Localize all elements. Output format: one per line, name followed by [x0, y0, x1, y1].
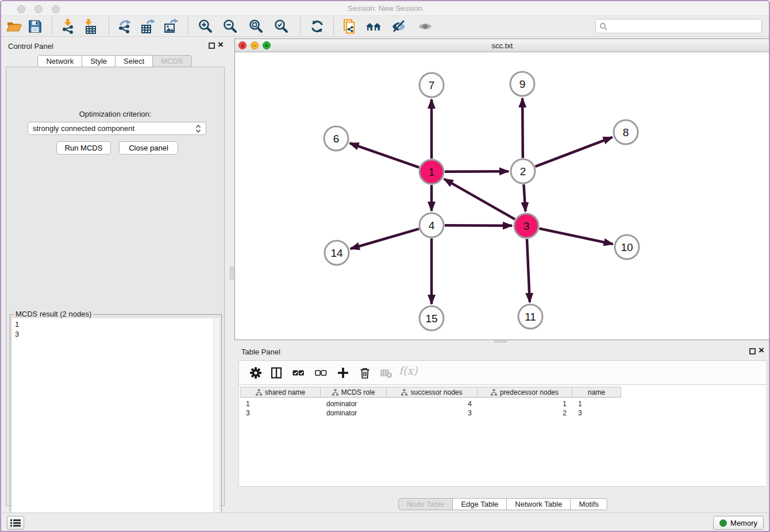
zoom-out-icon[interactable] — [222, 18, 238, 34]
node-9[interactable]: 9 — [510, 72, 534, 96]
edge-3-10[interactable] — [540, 229, 613, 244]
zoom-in-icon[interactable] — [198, 18, 214, 34]
import-table-icon[interactable] — [82, 18, 98, 34]
search-icon — [599, 22, 607, 30]
open-session-icon[interactable] — [6, 18, 22, 34]
node-6[interactable]: 6 — [324, 126, 348, 151]
delete-icon[interactable] — [359, 367, 371, 379]
destroy-table-icon — [380, 367, 392, 379]
tab-network-table[interactable]: Network Table — [507, 498, 571, 510]
dropdown-arrows-icon — [195, 124, 201, 133]
table-toolbar: f(x) — [238, 360, 767, 385]
table-settings-icon[interactable] — [249, 367, 262, 379]
export-image-icon[interactable] — [163, 18, 179, 34]
main-toolbar — [1, 16, 769, 37]
function-builder-icon: f(x) — [399, 364, 418, 377]
close-panel-button[interactable]: Close panel — [119, 141, 178, 155]
export-network-icon[interactable] — [117, 18, 133, 34]
show-columns-icon[interactable] — [270, 367, 283, 379]
cell-shared-name: 1 — [240, 399, 321, 408]
table-row[interactable]: 3dominator323 — [240, 408, 621, 418]
network-window-title: scc.txt — [235, 41, 769, 50]
network-canvas[interactable]: 1234678910111415 — [235, 52, 769, 340]
node-1[interactable]: 1 — [419, 160, 444, 184]
node-14[interactable]: 14 — [325, 241, 349, 265]
cell-predecessor-nodes: 1 — [478, 399, 572, 408]
show-all-icon[interactable] — [417, 18, 433, 34]
search-field[interactable] — [595, 19, 762, 33]
edge-1-6[interactable] — [350, 143, 419, 167]
tab-mcds[interactable]: MCDS — [153, 55, 191, 67]
zoom-selected-icon[interactable] — [274, 18, 290, 34]
cell-shared-name: 3 — [240, 408, 321, 418]
column-header-MCDS-role[interactable]: MCDS role — [321, 387, 387, 397]
result-scrollbar[interactable] — [213, 318, 220, 524]
table-tabs: Node TableEdge TableNetwork TableMotifs — [234, 498, 770, 510]
edge-1-2[interactable] — [445, 171, 509, 172]
tab-node-table[interactable]: Node Table — [398, 498, 453, 510]
node-4[interactable]: 4 — [419, 213, 444, 237]
hide-selected-icon[interactable] — [391, 18, 407, 34]
node-table: shared nameMCDS rolesuccessor nodesprede… — [238, 385, 767, 487]
save-session-icon[interactable] — [27, 18, 43, 34]
svg-text:2: 2 — [520, 165, 526, 178]
node-3[interactable]: 3 — [514, 214, 538, 238]
export-table-icon[interactable] — [140, 18, 156, 34]
column-header-successor-nodes[interactable]: successor nodes — [387, 387, 478, 397]
network-window-titlebar: x − + scc.txt — [235, 39, 769, 52]
tab-style[interactable]: Style — [82, 55, 116, 67]
edge-2-9[interactable] — [522, 98, 523, 158]
edge-3-1[interactable] — [444, 179, 515, 219]
close-table-panel-icon[interactable]: × — [759, 345, 764, 356]
edge-2-3[interactable] — [523, 184, 525, 211]
run-mcds-button[interactable]: Run MCDS — [56, 141, 111, 155]
memory-button[interactable]: Memory — [713, 516, 764, 530]
node-10[interactable]: 10 — [615, 235, 639, 259]
tab-motifs[interactable]: Motifs — [571, 498, 607, 510]
edge-4-3[interactable] — [445, 225, 512, 226]
node-8[interactable]: 8 — [614, 120, 638, 144]
column-type-icon — [491, 389, 497, 396]
tab-edge-table[interactable]: Edge Table — [453, 498, 507, 510]
add-icon[interactable] — [337, 367, 349, 379]
close-panel-icon[interactable]: × — [218, 39, 224, 51]
table-row[interactable]: 1dominator411 — [240, 399, 621, 408]
task-history-button[interactable] — [7, 516, 24, 530]
column-header-predecessor-nodes[interactable]: predecessor nodes — [478, 387, 572, 397]
deselect-all-icon[interactable] — [314, 367, 327, 379]
import-network-icon[interactable] — [60, 18, 76, 34]
svg-text:8: 8 — [623, 126, 629, 138]
edge-4-14[interactable] — [351, 229, 419, 249]
first-neighbors-icon[interactable] — [365, 18, 382, 34]
cell-name: 1 — [572, 399, 621, 408]
float-table-panel-icon[interactable] — [749, 348, 756, 354]
cell-predecessor-nodes: 2 — [478, 408, 572, 418]
vertical-splitter-handle[interactable] — [230, 267, 234, 279]
zoom-fit-icon[interactable] — [248, 18, 264, 34]
node-7[interactable]: 7 — [419, 73, 444, 97]
control-panel-tabs: NetworkStyleSelectMCDS — [1, 55, 228, 67]
edge-3-11[interactable] — [527, 239, 530, 302]
clone-network-icon[interactable] — [341, 18, 357, 34]
node-2[interactable]: 2 — [511, 159, 535, 183]
column-header-shared-name[interactable]: shared name — [240, 387, 321, 397]
node-11[interactable]: 11 — [518, 304, 542, 329]
criterion-dropdown[interactable]: strongly connected component — [28, 122, 206, 135]
float-panel-icon[interactable] — [209, 43, 215, 49]
cell-MCDS-role: dominator — [321, 408, 387, 418]
search-input[interactable] — [607, 22, 758, 30]
optimization-criterion-label: Optimization criterion: — [6, 110, 224, 118]
toolbar-separator — [188, 18, 188, 35]
select-all-icon[interactable] — [292, 367, 305, 379]
table-panel: Table Panel × — [234, 343, 770, 512]
network-graph: 1234678910111415 — [235, 52, 769, 340]
mcds-result-text[interactable]: 1 3 — [12, 318, 220, 524]
cell-name: 3 — [572, 408, 621, 418]
column-header-name[interactable]: name — [572, 387, 621, 397]
tab-select[interactable]: Select — [116, 55, 153, 67]
edge-2-8[interactable] — [536, 137, 613, 167]
tab-network[interactable]: Network — [37, 55, 82, 67]
memory-label: Memory — [730, 519, 757, 527]
apply-layout-icon[interactable] — [309, 18, 325, 34]
node-15[interactable]: 15 — [419, 306, 444, 330]
